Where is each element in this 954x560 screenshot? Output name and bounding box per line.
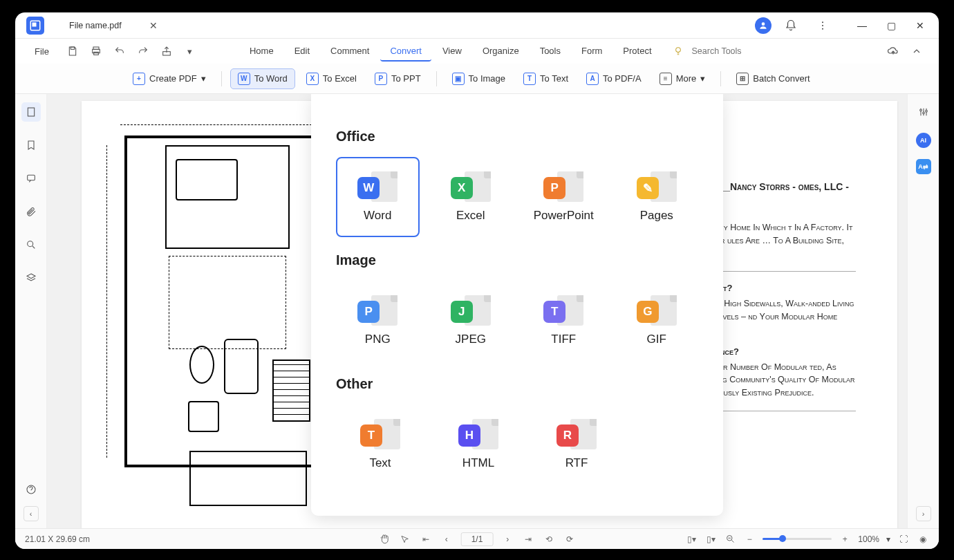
menu-home[interactable]: Home	[240, 41, 283, 62]
zoom-value: 100%	[858, 534, 879, 544]
thumbnails-icon[interactable]	[21, 102, 41, 122]
to-pdfa-button[interactable]: A To PDF/A	[579, 69, 648, 88]
maximize-button[interactable]: ▢	[878, 16, 904, 35]
format-pages[interactable]: ✎Pages	[615, 157, 699, 237]
print-icon[interactable]	[89, 44, 103, 58]
text-icon: T	[523, 73, 536, 85]
excel-icon: X	[306, 73, 319, 85]
batch-icon: ⊞	[736, 73, 749, 85]
format-html[interactable]: HHTML	[434, 404, 523, 485]
undo-icon[interactable]	[113, 44, 127, 58]
main-area: ‹ Darkness ular Homes______Nancy Storrs …	[15, 94, 939, 528]
close-tab-icon[interactable]: ✕	[149, 20, 158, 31]
svg-point-18	[925, 110, 927, 112]
titlebar: File name.pdf ✕ — ▢ ✕	[15, 12, 939, 39]
properties-icon[interactable]	[914, 102, 933, 122]
redo-icon[interactable]	[136, 44, 150, 58]
to-text-button[interactable]: T To Text	[516, 69, 575, 88]
menu-protect[interactable]: Protect	[613, 41, 661, 62]
cloud-icon[interactable]	[886, 44, 900, 58]
tiff-icon: T	[543, 301, 565, 323]
to-ppt-button[interactable]: P To PPT	[368, 69, 428, 88]
svg-rect-13	[27, 175, 35, 180]
prev-page-icon[interactable]: ‹	[440, 533, 453, 545]
rtf-icon: R	[556, 424, 579, 447]
format-png[interactable]: PPNG	[336, 281, 420, 361]
ai-icon[interactable]: AI	[916, 133, 931, 148]
fit-page-icon[interactable]: ▯▾	[685, 533, 698, 545]
zoom-minus-icon[interactable]: −	[743, 533, 756, 545]
bell-icon[interactable]	[778, 16, 803, 35]
document-canvas[interactable]: Darkness ular Homes______Nancy Storrs - …	[47, 94, 907, 528]
search-icon[interactable]	[21, 235, 41, 254]
kebab-menu-icon[interactable]	[810, 16, 835, 35]
more-button[interactable]: ≡ More ▾	[653, 69, 713, 88]
menu-edit[interactable]: Edit	[285, 41, 319, 62]
zoom-dropdown-icon[interactable]: ▾	[886, 534, 890, 544]
create-pdf-button[interactable]: + Create PDF ▾	[126, 69, 213, 88]
format-tiff[interactable]: TTIFF	[522, 281, 606, 361]
svg-point-17	[922, 112, 924, 114]
menu-convert[interactable]: Convert	[380, 41, 431, 62]
format-excel[interactable]: XExcel	[429, 157, 513, 237]
select-icon[interactable]	[399, 533, 411, 545]
collapse-left-icon[interactable]: ‹	[24, 506, 39, 521]
next-page-icon[interactable]: ›	[501, 533, 514, 545]
help-icon[interactable]	[21, 480, 41, 499]
ppt-icon: P	[375, 73, 387, 85]
zoom-out-icon[interactable]	[724, 533, 736, 545]
dropdown-icon[interactable]: ▾	[183, 44, 197, 58]
format-text[interactable]: TText	[336, 404, 424, 485]
close-window-button[interactable]: ✕	[907, 16, 933, 35]
app-logo-icon	[26, 17, 44, 35]
last-page-icon[interactable]: ⇥	[522, 533, 534, 545]
word-icon: W	[357, 177, 380, 199]
more-icon: ≡	[660, 73, 672, 85]
format-rtf[interactable]: RRTF	[532, 404, 621, 485]
zoom-slider[interactable]	[763, 538, 832, 540]
menu-view[interactable]: View	[433, 41, 471, 62]
menu-form[interactable]: Form	[572, 41, 612, 62]
file-menu[interactable]: File	[25, 42, 59, 61]
collapse-right-icon[interactable]: ›	[916, 506, 931, 521]
search-input[interactable]	[692, 46, 761, 56]
layers-icon[interactable]	[21, 268, 41, 288]
batch-convert-button[interactable]: ⊞ Batch Convert	[729, 69, 816, 88]
chevron-down-icon: ▾	[700, 73, 705, 84]
menu-comment[interactable]: Comment	[321, 41, 379, 62]
read-mode-icon[interactable]: ◉	[917, 533, 929, 545]
lightbulb-icon[interactable]	[671, 44, 685, 58]
document-tab[interactable]: File name.pdf ✕	[50, 12, 171, 38]
bookmarks-icon[interactable]	[21, 136, 41, 155]
page-indicator[interactable]: 1/1	[461, 532, 494, 546]
fullscreen-icon[interactable]: ⛶	[897, 533, 910, 545]
to-image-button[interactable]: ▣ To Image	[445, 69, 512, 88]
pages-icon: ✎	[637, 177, 659, 199]
menu-tools[interactable]: Tools	[530, 41, 570, 62]
chevron-down-icon: ▾	[201, 73, 206, 84]
chevron-up-icon[interactable]	[910, 44, 924, 58]
app-window: File name.pdf ✕ — ▢ ✕ File ▾ Home	[15, 12, 939, 549]
menu-organize[interactable]: Organize	[473, 41, 529, 62]
format-jpeg[interactable]: JJPEG	[429, 281, 513, 361]
save-icon[interactable]	[66, 44, 80, 58]
attachments-icon[interactable]	[21, 202, 41, 221]
to-word-button[interactable]: W To Word	[230, 68, 295, 89]
share-icon[interactable]	[160, 44, 174, 58]
first-page-icon[interactable]: ⇤	[420, 533, 432, 545]
to-excel-button[interactable]: X To Excel	[299, 69, 364, 88]
format-powerpoint[interactable]: PPowerPoint	[522, 157, 606, 237]
svg-rect-9	[94, 52, 99, 55]
minimize-button[interactable]: —	[849, 16, 875, 35]
user-avatar-icon[interactable]	[755, 17, 771, 34]
translate-icon[interactable]: A⇄	[916, 159, 931, 174]
zoom-plus-icon[interactable]: +	[839, 533, 851, 545]
comments-icon[interactable]	[21, 169, 41, 188]
single-page-icon[interactable]: ▯▾	[704, 533, 717, 545]
format-word[interactable]: WWord	[336, 157, 420, 237]
hand-icon[interactable]	[378, 533, 391, 545]
format-gif[interactable]: GGIF	[615, 281, 699, 361]
svg-point-11	[675, 48, 680, 53]
rotate-left-icon[interactable]: ⟲	[543, 533, 555, 545]
rotate-right-icon[interactable]: ⟳	[563, 533, 576, 545]
